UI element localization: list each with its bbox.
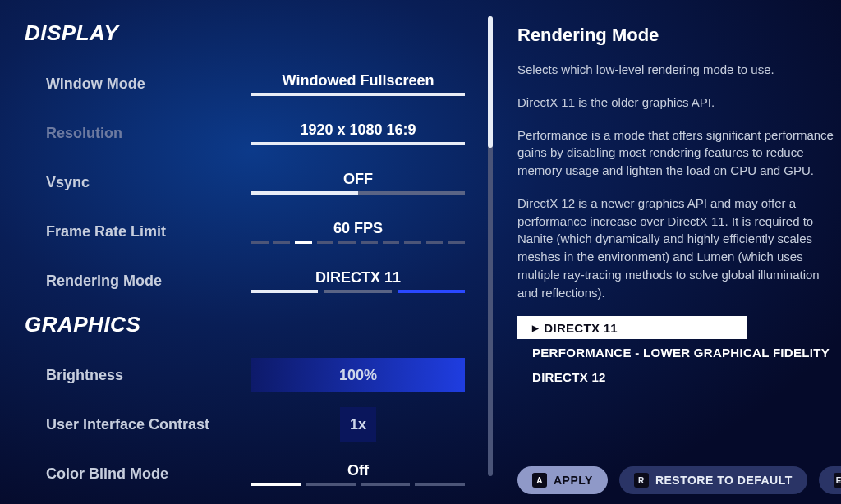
footer-buttons: A APPLY R RESTORE TO DEFAULT ESC B	[517, 466, 841, 494]
settings-left-panel: DISPLAY Window Mode Windowed Fullscreen …	[25, 21, 468, 504]
info-paragraph: DirectX 12 is a newer graphics API and m…	[517, 195, 841, 302]
setting-value[interactable]: 1920 x 1080 16:9	[251, 121, 465, 145]
setting-label: User Interface Contrast	[46, 416, 251, 433]
scrollbar-thumb[interactable]	[488, 16, 493, 148]
setting-window-mode[interactable]: Window Mode Windowed Fullscreen	[25, 64, 468, 103]
setting-label: Vsync	[46, 174, 251, 191]
slider-brightness[interactable]: 100%	[251, 358, 465, 392]
setting-label: Frame Rate Limit	[46, 223, 251, 241]
track-icon	[251, 142, 465, 145]
setting-color-blind-mode[interactable]: Color Blind Mode Off	[25, 454, 468, 493]
setting-value[interactable]: DIRECTX 11	[251, 269, 465, 293]
setting-value[interactable]: OFF	[251, 171, 465, 195]
setting-value[interactable]: Windowed Fullscreen	[251, 72, 465, 96]
option-performance[interactable]: PERFORMANCE - LOWER GRAPHICAL FIDELITY	[517, 341, 841, 364]
info-paragraph: Performance is a mode that offers signif…	[517, 126, 841, 180]
slider-ui-contrast[interactable]: 1x	[251, 407, 465, 442]
apply-button[interactable]: A APPLY	[517, 466, 608, 494]
setting-value[interactable]: 60 FPS	[251, 220, 465, 244]
track-icon	[251, 290, 465, 293]
track-icon	[251, 93, 465, 96]
setting-label: Resolution	[46, 125, 251, 142]
info-panel: Rendering Mode Selects which low-level r…	[517, 25, 841, 390]
track-icon	[251, 241, 465, 244]
setting-label: Color Blind Mode	[46, 465, 251, 483]
key-hint-icon: A	[532, 473, 547, 488]
info-paragraph: Selects which low-level rendering mode t…	[517, 61, 841, 79]
setting-brightness[interactable]: Brightness 100%	[25, 355, 468, 395]
setting-ui-contrast[interactable]: User Interface Contrast 1x	[25, 405, 468, 444]
back-button[interactable]: ESC B	[819, 466, 841, 494]
restore-default-button[interactable]: R RESTORE TO DEFAULT	[619, 466, 807, 494]
setting-resolution[interactable]: Resolution 1920 x 1080 16:9	[25, 113, 468, 153]
rendering-mode-option-list: DIRECTX 11 PERFORMANCE - LOWER GRAPHICAL…	[517, 316, 841, 388]
setting-value[interactable]: Off	[251, 462, 465, 486]
track-icon	[251, 483, 465, 486]
setting-vsync[interactable]: Vsync OFF	[25, 163, 468, 202]
track-icon	[251, 191, 465, 195]
setting-frame-rate-limit[interactable]: Frame Rate Limit 60 FPS	[25, 212, 468, 251]
section-header-graphics: GRAPHICS	[25, 312, 468, 337]
option-directx-11[interactable]: DIRECTX 11	[517, 316, 747, 339]
info-paragraph: DirectX 11 is the older graphics API.	[517, 94, 841, 112]
section-header-display: DISPLAY	[25, 21, 468, 46]
setting-rendering-mode[interactable]: Rendering Mode DIRECTX 11	[25, 261, 468, 300]
setting-label: Rendering Mode	[46, 273, 251, 290]
option-directx-12[interactable]: DIRECTX 12	[517, 365, 841, 388]
info-title: Rendering Mode	[517, 25, 841, 46]
setting-label: Window Mode	[46, 76, 251, 93]
scrollbar[interactable]	[488, 16, 493, 476]
setting-label: Brightness	[46, 367, 251, 384]
key-hint-icon: R	[634, 473, 649, 488]
key-hint-icon: ESC	[834, 473, 841, 488]
